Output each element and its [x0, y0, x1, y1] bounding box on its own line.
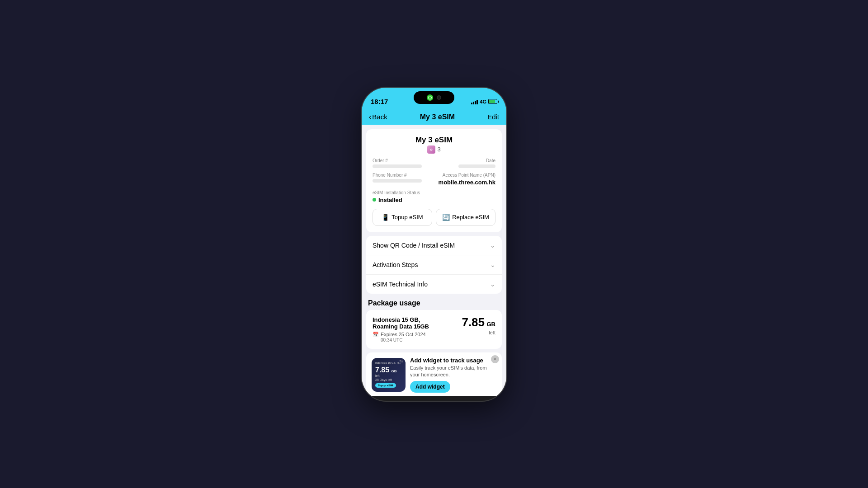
back-button[interactable]: ‹ Back: [369, 113, 387, 121]
replace-label: Replace eSIM: [452, 214, 489, 221]
green-dot-icon: [373, 198, 376, 202]
widget-timer: 5s: [400, 360, 403, 363]
package-name: Indonesia 15 GB, Roaming Data 15GB: [373, 316, 445, 330]
phone-label: Phone Number #: [373, 173, 434, 178]
dynamic-island: [414, 91, 454, 104]
package-data: 7.85 GB left: [462, 316, 495, 336]
package-gb-value: 7.85: [462, 315, 485, 329]
widget-thumbnail-unit: GB: [392, 369, 397, 373]
signal-bars: [471, 99, 478, 104]
signal-bar-3: [475, 101, 476, 104]
package-gb-display: 7.85 GB left: [462, 316, 495, 336]
widget-thumbnail-days: 25 Days left: [375, 378, 392, 381]
date-label: Date: [434, 158, 495, 163]
back-label: Back: [372, 113, 387, 121]
apn-value: mobile.three.com.hk: [434, 179, 495, 186]
widget-info-title: Add widget to track usage: [410, 357, 496, 364]
order-label: Order #: [373, 158, 434, 163]
topup-button[interactable]: 📱 Topup eSIM: [373, 209, 432, 226]
accordion-label-technical: eSIM Technical Info: [373, 281, 428, 288]
chevron-left-icon: ‹: [369, 113, 371, 121]
accordion: Show QR Code / Install eSIM ⌄ Activation…: [366, 236, 502, 294]
accordion-item-activation[interactable]: Activation Steps ⌄: [366, 255, 502, 275]
widget-info-desc: Easily track your eSIM's data, from your…: [410, 365, 496, 379]
widget-thumbnail-left: left: [375, 374, 379, 377]
phone-apn-row: Phone Number # Access Point Name (APN) m…: [373, 173, 495, 186]
content-area: My 3 eSIM e 3 Order # Date Phone Number …: [362, 125, 506, 396]
esim-brand-icon: e: [427, 145, 435, 154]
replace-icon: 🔄: [442, 214, 450, 221]
status-indicator: Installed: [373, 197, 495, 203]
calendar-icon: 📅: [373, 332, 379, 338]
apn-field: Access Point Name (APN) mobile.three.com…: [434, 173, 495, 186]
expiry-label: Expires 25 Oct 2024: [381, 332, 426, 337]
widget-thumbnail-name: Indonesia 15 GB, R...: [375, 361, 401, 365]
phone-frame: 18:17 4G ‹ Back My 3 eSIM: [362, 88, 506, 401]
add-widget-button[interactable]: Add widget: [410, 381, 450, 393]
chevron-down-icon-activation: ⌄: [490, 261, 495, 268]
battery-icon: [488, 99, 497, 104]
signal-bar-2: [473, 102, 474, 104]
status-row: eSIM Installation Status Installed: [373, 190, 495, 203]
accordion-item-qr[interactable]: Show QR Code / Install eSIM ⌄: [366, 236, 502, 255]
chevron-down-icon-qr: ⌄: [490, 242, 495, 249]
action-buttons: 📱 Topup eSIM 🔄 Replace eSIM: [373, 209, 495, 226]
card-title: My 3 eSIM: [373, 136, 495, 145]
widget-thumbnail-topup: Topup eSIM: [375, 383, 396, 388]
order-date-row: Order # Date: [373, 158, 495, 168]
card-subtitle: e 3: [373, 145, 495, 154]
status-value: Installed: [378, 197, 402, 203]
camera-dot: [437, 95, 441, 100]
close-button[interactable]: ×: [491, 355, 499, 363]
accordion-label-activation: Activation Steps: [373, 261, 418, 268]
phone-value-bar: [373, 179, 422, 183]
package-details: Indonesia 15 GB, Roaming Data 15GB 📅 Exp…: [373, 316, 445, 343]
replace-button[interactable]: 🔄 Replace eSIM: [436, 209, 495, 226]
card-subtitle-number: 3: [437, 146, 440, 153]
signal-bar-1: [471, 103, 472, 104]
expiry-time: 00:34 UTC: [381, 338, 445, 343]
nav-title: My 3 eSIM: [420, 113, 455, 121]
chevron-down-icon-technical: ⌄: [490, 281, 495, 288]
nav-bar: ‹ Back My 3 eSIM Edit: [362, 110, 506, 125]
apn-label: Access Point Name (APN): [434, 173, 495, 178]
accordion-item-technical[interactable]: eSIM Technical Info ⌄: [366, 275, 502, 294]
topup-label: Topup eSIM: [392, 214, 423, 221]
widget-thumbnail: 5s Indonesia 15 GB, R... 7.85 GB left 25…: [372, 358, 406, 392]
package-gb-left: left: [489, 330, 495, 335]
network-label: 4G: [480, 99, 486, 104]
package-card: Indonesia 15 GB, Roaming Data 15GB 📅 Exp…: [366, 310, 502, 349]
order-field: Order #: [373, 158, 434, 168]
signal-bar-4: [476, 100, 478, 104]
status-label: eSIM Installation Status: [373, 190, 495, 195]
battery-fill: [489, 100, 495, 103]
status-bar: 18:17 4G: [362, 88, 506, 110]
date-value-bar: [458, 164, 495, 168]
esim-info-card: My 3 eSIM e 3 Order # Date Phone Number …: [366, 129, 502, 232]
order-value-bar: [373, 164, 422, 168]
phone-field: Phone Number #: [373, 173, 434, 186]
accordion-label-qr: Show QR Code / Install eSIM: [373, 242, 455, 249]
status-time: 18:17: [371, 98, 388, 105]
status-right: 4G: [471, 99, 497, 104]
widget-info: Add widget to track usage Easily track y…: [410, 357, 496, 393]
widget-thumbnail-gb: 7.85: [375, 366, 389, 374]
package-usage-section: Package usage Indonesia 15 GB, Roaming D…: [362, 294, 506, 349]
date-field: Date: [434, 158, 495, 168]
package-gb-unit: GB: [487, 321, 496, 328]
widget-promo: × 5s Indonesia 15 GB, R... 7.85 GB left …: [366, 352, 502, 396]
topup-icon: 📱: [382, 214, 389, 221]
package-usage-title: Package usage: [362, 294, 506, 310]
package-expiry: 📅 Expires 25 Oct 2024: [373, 332, 445, 338]
package-row: Indonesia 15 GB, Roaming Data 15GB 📅 Exp…: [373, 316, 495, 343]
edit-button[interactable]: Edit: [487, 113, 499, 121]
